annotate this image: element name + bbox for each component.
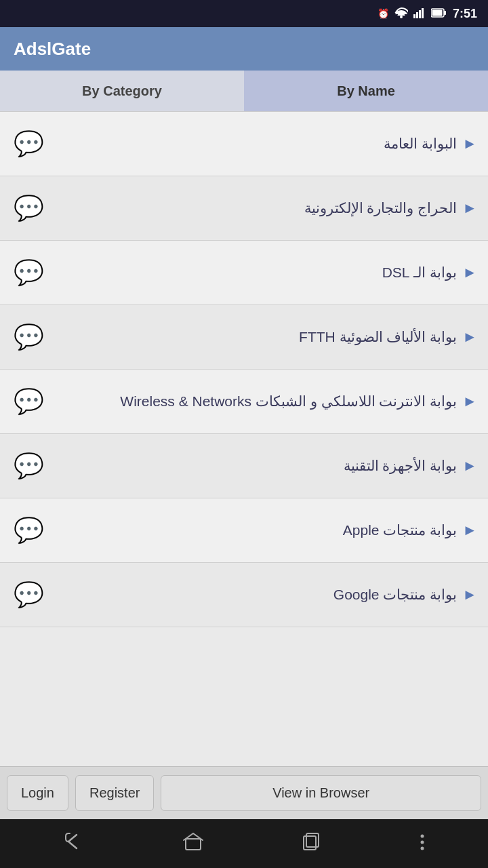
arrow-icon-1: ► xyxy=(462,135,477,153)
item-text-4: بوابة الألياف الضوئية FTTH xyxy=(57,327,457,347)
bottom-bar: Login Register View in Browser xyxy=(0,766,488,819)
chat-icon-5: 💬 xyxy=(11,384,46,419)
alarm-icon: ⏰ xyxy=(378,8,389,19)
arrow-icon-4: ► xyxy=(462,328,477,346)
app-title: AdslGate xyxy=(14,39,91,60)
app-header: AdslGate xyxy=(0,27,488,71)
chat-icon-8: 💬 xyxy=(11,577,46,612)
arrow-icon-8: ► xyxy=(462,586,477,604)
home-button[interactable] xyxy=(183,832,203,856)
register-button[interactable]: Register xyxy=(75,775,154,811)
arrow-icon-3: ► xyxy=(462,264,477,281)
svg-point-11 xyxy=(420,840,424,844)
svg-rect-0 xyxy=(413,14,415,18)
battery-icon xyxy=(431,8,446,20)
chat-icon-3: 💬 xyxy=(11,255,46,290)
status-time: 7:51 xyxy=(453,7,477,21)
svg-point-10 xyxy=(420,834,424,837)
list-item[interactable]: 💬 بوابة الانترنت اللاسلكي و الشبكات Wire… xyxy=(0,370,488,434)
list-item[interactable]: 💬 بوابة منتجات Apple ► xyxy=(0,498,488,563)
tab-by-category[interactable]: By Category xyxy=(0,71,244,111)
status-bar: ⏰ 7:51 xyxy=(0,0,488,27)
list-item[interactable]: 💬 بوابة الألياف الضوئية FTTH ► xyxy=(0,305,488,370)
chat-icon-1: 💬 xyxy=(11,126,46,161)
status-icons: ⏰ xyxy=(378,7,446,20)
login-button[interactable]: Login xyxy=(7,775,68,811)
list-item[interactable]: 💬 بوابة منتجات Google ► xyxy=(0,563,488,627)
item-text-8: بوابة منتجات Google xyxy=(57,585,457,604)
chat-icon-7: 💬 xyxy=(11,513,46,548)
svg-rect-5 xyxy=(444,11,446,15)
svg-rect-3 xyxy=(422,8,424,18)
svg-rect-2 xyxy=(419,10,421,18)
arrow-icon-7: ► xyxy=(462,521,477,539)
arrow-icon-6: ► xyxy=(462,457,477,475)
list-item[interactable]: 💬 بوابة الأجهزة التقنية ► xyxy=(0,434,488,498)
svg-rect-7 xyxy=(186,839,201,850)
item-text-6: بوابة الأجهزة التقنية xyxy=(57,456,457,475)
item-text-7: بوابة منتجات Apple xyxy=(57,520,457,540)
view-in-browser-button[interactable]: View in Browser xyxy=(161,775,481,811)
arrow-icon-5: ► xyxy=(462,393,477,410)
chat-icon-6: 💬 xyxy=(11,448,46,484)
back-button[interactable] xyxy=(63,832,85,856)
chat-icon-2: 💬 xyxy=(11,191,46,226)
signal-icon xyxy=(413,7,426,20)
list-item[interactable]: 💬 بوابة الـ DSL ► xyxy=(0,241,488,305)
item-text-2: الحراج والتجارة الإلكترونية xyxy=(57,198,457,218)
svg-point-12 xyxy=(420,846,424,850)
list-container: 💬 البوابة العامة ► 💬 الحراج والتجارة الإ… xyxy=(0,112,488,766)
svg-rect-6 xyxy=(432,9,442,16)
tab-by-name[interactable]: By Name xyxy=(244,71,488,111)
list-item[interactable]: 💬 البوابة العامة ► xyxy=(0,112,488,176)
svg-rect-1 xyxy=(416,12,418,18)
android-nav-bar xyxy=(0,819,488,868)
arrow-icon-2: ► xyxy=(462,199,477,217)
item-text-1: البوابة العامة xyxy=(57,134,457,153)
chat-icon-4: 💬 xyxy=(11,319,46,355)
wifi-icon xyxy=(394,7,408,20)
list-item[interactable]: 💬 الحراج والتجارة الإلكترونية ► xyxy=(0,176,488,241)
item-text-3: بوابة الـ DSL xyxy=(57,262,457,282)
tab-bar: By Category By Name xyxy=(0,71,488,112)
item-text-5: بوابة الانترنت اللاسلكي و الشبكات Wirele… xyxy=(57,391,457,411)
more-options-button[interactable] xyxy=(419,833,426,855)
recents-button[interactable] xyxy=(302,832,321,855)
